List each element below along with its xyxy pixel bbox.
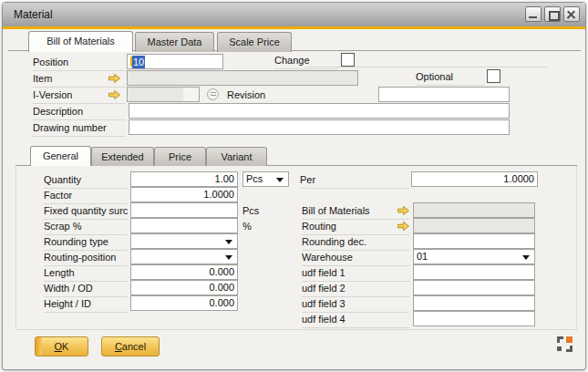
quantity-label: Quantity	[44, 173, 128, 189]
chevron-down-icon	[276, 178, 284, 182]
udf2-input[interactable]	[413, 280, 535, 295]
minimize-button[interactable]	[525, 6, 542, 22]
revision-input[interactable]	[378, 87, 510, 102]
optional-checkbox[interactable]	[487, 69, 500, 83]
close-button[interactable]	[563, 6, 580, 22]
tab-variant[interactable]: Variant	[206, 147, 267, 166]
routing-input[interactable]	[413, 218, 535, 233]
width-od-label: Width / OD	[44, 282, 128, 297]
rounding-dec-input[interactable]	[413, 233, 535, 249]
height-id-input[interactable]: 0.000	[130, 295, 238, 311]
chevron-down-icon	[225, 240, 232, 244]
tab-scale-price[interactable]: Scale Price	[217, 32, 292, 52]
udf2-label: udf field 2	[302, 282, 409, 297]
optional-label: Optional	[416, 70, 484, 86]
quantity-input[interactable]: 1.00	[130, 171, 238, 187]
position-label: Position	[33, 56, 126, 71]
fixed-surcharge-unit: Pcs	[242, 204, 259, 219]
tab-price[interactable]: Price	[154, 147, 206, 166]
routing-position-label: Routing-position	[44, 251, 128, 266]
rounding-dec-label: Rounding dec.	[302, 235, 409, 251]
warehouse-dropdown[interactable]: 01	[413, 249, 535, 264]
fixed-surcharge-label: Fixed quantity surcharg	[44, 204, 128, 220]
udf4-label: udf field 4	[302, 313, 409, 328]
udf1-label: udf field 1	[302, 266, 409, 282]
row-divider	[306, 67, 547, 67]
description-label: Description	[33, 105, 126, 120]
scrap-label: Scrap %	[44, 220, 128, 235]
iversion-link-arrow-icon[interactable]	[108, 89, 121, 100]
udf1-input[interactable]	[413, 264, 535, 280]
routing-link-arrow-icon[interactable]	[397, 221, 410, 232]
height-id-label: Height / ID	[44, 297, 128, 313]
rounding-type-dropdown[interactable]	[130, 233, 238, 249]
cancel-button[interactable]: Cancel	[101, 336, 160, 356]
tab-master-data[interactable]: Master Data	[135, 32, 214, 52]
tab-extended[interactable]: Extended	[91, 147, 154, 166]
per-label: Per	[300, 173, 409, 189]
quantity-unit-dropdown[interactable]: Pcs	[242, 171, 289, 187]
revision-label: Revision	[227, 88, 377, 104]
udf3-label: udf field 3	[302, 297, 409, 313]
bom-link-arrow-icon[interactable]	[397, 205, 410, 216]
tab-general[interactable]: General	[30, 146, 91, 166]
accent-line	[3, 26, 585, 29]
change-checkbox[interactable]	[341, 53, 355, 67]
bom-input[interactable]	[413, 202, 535, 218]
item-link-arrow-icon[interactable]	[108, 73, 121, 84]
tab-bill-of-materials[interactable]: Bill of Materials	[28, 31, 133, 52]
default-button-stripe	[36, 337, 42, 356]
minimize-icon	[529, 16, 537, 18]
drawing-number-input[interactable]	[129, 119, 510, 135]
factor-input[interactable]: 1.0000	[130, 187, 238, 202]
chevron-down-icon	[225, 255, 232, 260]
factor-label: Factor	[44, 189, 128, 204]
position-input[interactable]: 10	[127, 54, 223, 69]
length-label: Length	[44, 266, 128, 282]
item-input[interactable]	[127, 70, 358, 86]
titlebar[interactable]: Material	[3, 3, 585, 26]
ok-button[interactable]: OK	[35, 336, 88, 356]
choose-from-list-icon[interactable]	[207, 88, 219, 100]
expand-collapse-icon[interactable]	[557, 336, 573, 352]
material-dialog-window: Material Bill of Materials Master Data S…	[2, 2, 586, 370]
iversion-input[interactable]	[127, 87, 200, 102]
width-od-input[interactable]: 0.000	[130, 280, 238, 295]
rounding-type-label: Rounding type	[44, 235, 128, 251]
chevron-down-icon	[522, 255, 530, 260]
udf3-input[interactable]	[413, 295, 535, 311]
drawing-number-label: Drawing number	[33, 121, 126, 137]
routing-position-dropdown[interactable]	[130, 249, 238, 264]
scrap-input[interactable]	[130, 218, 238, 233]
position-value: 10	[132, 56, 145, 68]
window-title: Material	[14, 8, 53, 21]
length-input[interactable]: 0.000	[130, 264, 238, 280]
udf4-input[interactable]	[413, 311, 535, 326]
maximize-icon	[549, 11, 560, 21]
scrap-unit: %	[242, 220, 252, 234]
routing-label: Routing	[302, 220, 409, 235]
bom-label: Bill of Materials	[302, 204, 409, 220]
warehouse-label: Warehouse	[302, 251, 409, 266]
description-input[interactable]	[129, 103, 510, 119]
maximize-button[interactable]	[544, 6, 561, 22]
per-input[interactable]: 1.0000	[411, 171, 538, 187]
fixed-surcharge-input[interactable]	[130, 202, 238, 218]
